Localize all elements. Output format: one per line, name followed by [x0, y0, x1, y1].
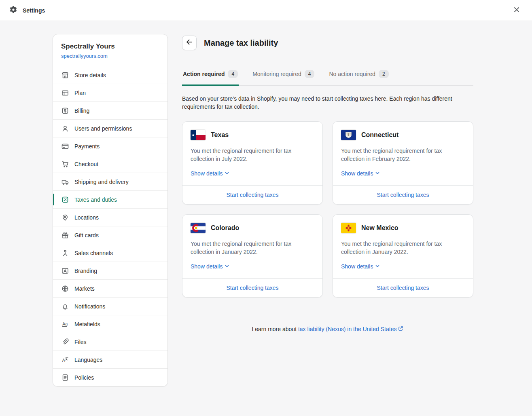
show-details-link[interactable]: Show details: [191, 170, 229, 177]
show-details-label: Show details: [341, 170, 373, 177]
card-header: Connecticut: [341, 130, 465, 140]
start-collecting-taxes-button[interactable]: Start collecting taxes: [333, 278, 473, 297]
sidebar-item-metafields[interactable]: Aa Metafields: [53, 315, 167, 333]
tax-card-colorado: Colorado You met the regional requiremen…: [182, 214, 323, 298]
branding-icon: [61, 267, 69, 275]
sidebar-item-label: Shipping and delivery: [74, 179, 129, 185]
sidebar-item-label: Files: [74, 339, 87, 345]
sidebar-item-label: Gift cards: [74, 232, 99, 239]
gear-icon: [9, 5, 18, 16]
tab-label: Monitoring required: [252, 71, 301, 77]
sidebar-item-billing[interactable]: Billing: [53, 101, 167, 119]
tab-badge: 4: [228, 70, 238, 78]
chevron-down-icon: [225, 170, 229, 177]
sidebar-item-policies[interactable]: Policies: [53, 368, 167, 386]
texas-flag-icon: [191, 130, 206, 140]
nexus-link-label: tax liability (Nexus) in the United Stat…: [298, 326, 397, 332]
state-name: Texas: [211, 131, 229, 139]
sidebar-item-notifications[interactable]: Notifications: [53, 297, 167, 315]
manage-tax-liability-panel: Manage tax liability Action required 4 M…: [182, 34, 473, 332]
start-collecting-taxes-button[interactable]: Start collecting taxes: [182, 278, 322, 297]
nexus-link[interactable]: tax liability (Nexus) in the United Stat…: [298, 326, 404, 332]
learn-more-note: Learn more about tax liability (Nexus) i…: [182, 326, 473, 332]
close-icon: [513, 6, 521, 15]
card-header: Colorado: [191, 223, 314, 233]
tab-action-required[interactable]: Action required 4: [182, 68, 239, 86]
languages-icon: A: [61, 356, 69, 364]
payments-icon: [61, 142, 69, 150]
sidebar-item-taxes-and-duties[interactable]: Taxes and duties: [53, 190, 167, 208]
checkout-icon: [61, 160, 69, 168]
topbar: Settings: [0, 0, 532, 21]
tab-badge: 4: [305, 70, 315, 78]
sidebar-item-label: Metafields: [74, 321, 100, 327]
arrow-left-icon: [185, 38, 193, 48]
sidebar-item-plan[interactable]: Plan: [53, 84, 167, 101]
close-button[interactable]: [510, 4, 523, 17]
gift-icon: [61, 231, 69, 239]
requirement-text: You met the regional requirement for tax…: [191, 147, 304, 163]
tab-label: No action required: [329, 71, 375, 77]
topbar-left: Settings: [9, 5, 45, 16]
sidebar-item-label: Markets: [74, 285, 95, 292]
start-collecting-taxes-button[interactable]: Start collecting taxes: [333, 185, 473, 204]
settings-sidebar: Spectrally Yours spectrallyyours.com Sto…: [53, 34, 168, 386]
sidebar-item-shipping-and-delivery[interactable]: Shipping and delivery: [53, 173, 167, 190]
external-link-icon: [398, 326, 403, 332]
store-domain-link[interactable]: spectrallyyours.com: [61, 53, 108, 59]
back-button[interactable]: [182, 36, 197, 50]
sidebar-item-markets[interactable]: Markets: [53, 279, 167, 297]
card-header: Texas: [191, 130, 314, 140]
sidebar-item-label: Branding: [74, 268, 97, 274]
show-details-link[interactable]: Show details: [191, 263, 229, 270]
requirement-text: You met the regional requirement for tax…: [191, 240, 304, 256]
start-collecting-taxes-button[interactable]: Start collecting taxes: [182, 185, 322, 204]
tax-card-texas: Texas You met the regional requirement f…: [182, 121, 323, 205]
requirement-text: You met the regional requirement for tax…: [341, 240, 454, 256]
sidebar-item-label: Payments: [74, 143, 100, 150]
chevron-down-icon: [375, 170, 380, 177]
sidebar-item-locations[interactable]: Locations: [53, 208, 167, 226]
state-name: New Mexico: [361, 224, 398, 232]
paperclip-icon: [61, 338, 69, 346]
users-icon: [61, 125, 69, 133]
connecticut-flag-icon: [341, 130, 356, 140]
sidebar-item-users-and-permissions[interactable]: Users and permissions: [53, 119, 167, 137]
settings-page: Spectrally Yours spectrallyyours.com Sto…: [0, 21, 532, 411]
show-details-link[interactable]: Show details: [341, 170, 380, 177]
tab-bar: Action required 4 Monitoring required 4 …: [182, 68, 473, 86]
page-header: Manage tax liability: [182, 34, 473, 60]
shipping-icon: [61, 178, 69, 186]
sidebar-item-label: Notifications: [74, 303, 105, 310]
sidebar-item-sales-channels[interactable]: Sales channels: [53, 244, 167, 262]
locations-icon: [61, 213, 69, 222]
sidebar-item-label: Store details: [74, 72, 106, 78]
sidebar-item-gift-cards[interactable]: Gift cards: [53, 226, 167, 244]
sidebar-item-label: Taxes and duties: [74, 196, 117, 203]
chevron-down-icon: [375, 263, 380, 270]
tab-no-action-required[interactable]: No action required 2: [328, 68, 389, 86]
start-collecting-taxes-label: Start collecting taxes: [226, 192, 278, 198]
sidebar-item-store-details[interactable]: Store details: [53, 66, 167, 84]
sidebar-item-label: Plan: [74, 90, 86, 96]
tax-cards-grid: Texas You met the regional requirement f…: [182, 121, 473, 298]
show-details-link[interactable]: Show details: [341, 263, 380, 270]
card-body: Colorado You met the regional requiremen…: [182, 215, 322, 278]
sidebar-item-payments[interactable]: Payments: [53, 137, 167, 155]
sidebar-item-label: Locations: [74, 214, 99, 221]
tab-monitoring-required[interactable]: Monitoring required 4: [252, 68, 315, 86]
chevron-down-icon: [225, 263, 229, 270]
new-mexico-flag-icon: [341, 223, 356, 233]
store-header: Spectrally Yours spectrallyyours.com: [53, 34, 167, 66]
show-details-label: Show details: [191, 263, 223, 270]
card-body: Texas You met the regional requirement f…: [182, 122, 322, 185]
sidebar-item-checkout[interactable]: Checkout: [53, 155, 167, 173]
taxes-icon: [61, 196, 69, 204]
start-collecting-taxes-label: Start collecting taxes: [377, 285, 429, 291]
plan-icon: [61, 89, 69, 97]
sidebar-item-files[interactable]: Files: [53, 333, 167, 351]
sidebar-item-label: Checkout: [74, 161, 98, 167]
card-body: Connecticut You met the regional require…: [333, 122, 473, 185]
sidebar-item-languages[interactable]: A Languages: [53, 351, 167, 368]
sidebar-item-branding[interactable]: Branding: [53, 262, 167, 279]
